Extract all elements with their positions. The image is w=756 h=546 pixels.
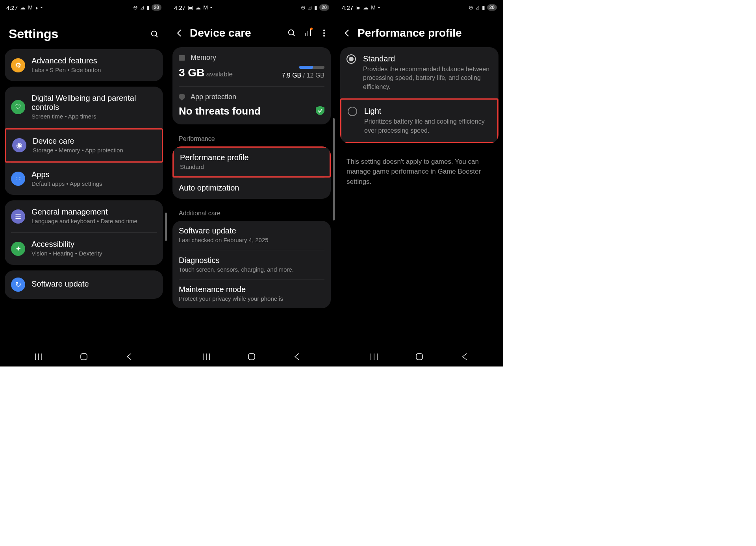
item-title: Maintenance mode [179,285,324,294]
auto-optimization-item[interactable]: Auto optimization [172,178,331,199]
apps-icon: ∷ [11,172,25,186]
status-time: 4:27 [6,4,18,11]
update-icon: ↻ [11,278,25,292]
recents-button[interactable] [201,352,211,362]
item-sub: Touch screen, sensors, charging, and mor… [179,266,324,274]
recents-button[interactable] [33,352,44,362]
wellbeing-icon: ♡ [11,100,25,114]
status-bar: 4:27 ▣ ☁ M • ⊖ ⊿ ▮ 20 [335,0,503,15]
item-title: Advanced features [32,56,157,65]
battery-icon: 20 [487,4,497,11]
radio-title: Light [364,107,491,116]
item-sub: Standard [180,163,323,171]
gmail-icon: M [28,4,33,11]
screen-settings: 4:27 ☁ M ⬧ • ⊖ ⊿ ▮ 20 Settings ⚙ Advance… [0,0,168,366]
item-title: General management [32,207,157,217]
radio-title: Standard [363,54,492,63]
back-button[interactable] [292,352,302,362]
svg-point-13 [323,35,325,37]
screen-device-care: 4:27 ▣ ☁ M • ⊖ ⊿ ▮ 20 Device care Mem [168,0,335,366]
item-title: Accessibility [32,240,157,249]
shield-icon [179,94,185,101]
memory-label: Memory [191,54,216,62]
notif-icon: ☁ [195,4,201,11]
check-shield-icon [316,106,324,117]
more-notif-icon: • [41,4,43,11]
settings-item-wellbeing[interactable]: ♡ Digital Wellbeing and parental control… [5,87,163,128]
dnd-icon: ⊖ [469,4,473,11]
scroll-indicator[interactable] [333,118,335,220]
back-button[interactable] [124,352,134,362]
item-sub: Last checked on February 4, 2025 [179,236,324,244]
status-time: 4:27 [174,4,185,11]
radio-icon [346,54,356,64]
device-care-icon: ◉ [12,138,26,152]
back-icon[interactable] [175,29,183,37]
notif-icon: ☁ [20,4,26,11]
memory-total: / 12 GB [303,72,324,79]
stats-icon[interactable] [304,28,312,38]
wifi-icon: ⊿ [140,4,145,11]
svg-point-6 [289,30,294,35]
settings-item-device-care[interactable]: ◉ Device care Storage • Memory • App pro… [5,128,163,163]
recents-button[interactable] [369,352,379,362]
dnd-icon: ⊖ [301,4,306,11]
status-time: 4:27 [342,4,353,11]
signal-icon: ▮ [314,4,317,11]
item-title: Device care [33,137,156,146]
search-icon[interactable] [150,30,159,39]
item-sub: Default apps • App settings [32,180,157,188]
svg-rect-21 [416,354,422,360]
settings-item-accessibility[interactable]: ✦ Accessibility Vision • Hearing • Dexte… [5,233,163,265]
notif-icon: ☁ [363,4,369,11]
performance-profile-item[interactable]: Performance profile Standard [172,146,331,178]
wifi-icon: ⊿ [308,4,312,11]
gmail-icon: M [203,4,208,11]
more-icon[interactable] [320,29,328,37]
svg-point-11 [323,30,325,31]
settings-item-general-mgmt[interactable]: ☰ General management Language and keyboa… [5,200,163,232]
diagnostics-item[interactable]: Diagnostics Touch screen, sensors, charg… [172,250,331,279]
item-sub: Protect your privacy while your phone is [179,295,324,303]
signal-icon: ▮ [146,4,150,11]
gallery-icon: ▣ [356,4,361,11]
screen-performance-profile: 4:27 ▣ ☁ M • ⊖ ⊿ ▮ 20 Performance profil… [335,0,503,366]
maintenance-mode-item[interactable]: Maintenance mode Protect your privacy wh… [172,279,331,308]
radio-option-light[interactable]: Light Prioritizes battery life and cooli… [340,98,498,143]
back-icon[interactable] [343,29,351,37]
item-sub: Screen time • App timers [32,113,157,120]
page-title: Device care [190,27,281,39]
item-title: Performance profile [180,153,323,162]
nav-bar [0,347,168,366]
svg-point-12 [323,32,325,34]
item-sub: Language and keyboard • Date and time [32,217,157,225]
radio-option-standard[interactable]: Standard Provides the recommended balanc… [340,47,498,98]
settings-item-apps[interactable]: ∷ Apps Default apps • App settings [5,163,163,195]
protection-status: No threats found [179,105,261,117]
wifi-icon: ⊿ [475,4,480,11]
memory-used: 7.9 GB [282,72,301,79]
back-button[interactable] [460,352,470,362]
svg-line-1 [156,35,158,37]
software-update-item[interactable]: Software update Last checked on February… [172,221,331,250]
status-bar: 4:27 ▣ ☁ M • ⊖ ⊿ ▮ 20 [168,0,335,15]
home-button[interactable] [79,352,89,362]
scroll-indicator[interactable] [165,213,167,241]
svg-line-7 [293,34,295,36]
memory-protection-card[interactable]: Memory 3 GB available 7.9 GB / 12 GB [172,47,331,124]
search-icon[interactable] [287,29,296,37]
settings-item-advanced-features[interactable]: ⚙ Advanced features Labs • S Pen • Side … [5,49,163,81]
signal-icon: ▮ [482,4,485,11]
radio-sub: Provides the recommended balance between… [363,65,492,91]
page-title: Settings [9,27,58,41]
item-title: Apps [32,170,157,179]
home-button[interactable] [246,352,257,362]
general-icon: ☰ [11,209,25,224]
status-bar: 4:27 ☁ M ⬧ • ⊖ ⊿ ▮ 20 [0,0,168,15]
battery-icon: 20 [319,4,329,11]
settings-item-software-update[interactable]: ↻ Software update [5,270,163,299]
item-sub: Vision • Hearing • Dexterity [32,250,157,257]
memory-amount: 3 GB [179,67,204,79]
home-button[interactable] [414,352,424,362]
more-notif-icon: • [378,4,380,11]
